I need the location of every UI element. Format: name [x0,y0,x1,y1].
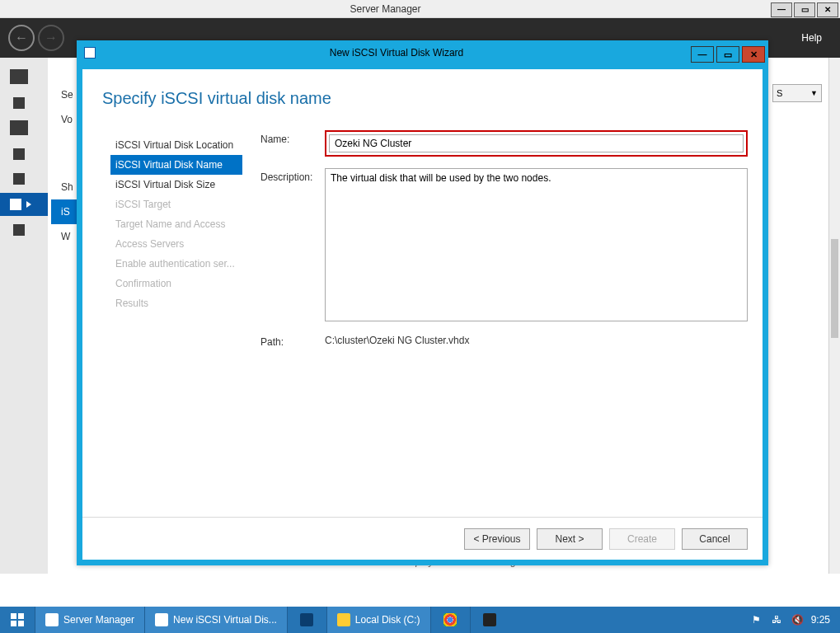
scrollbar-thumb[interactable] [831,239,838,338]
wizard-body: Specify iSCSI virtual disk name iSCSI Vi… [82,69,763,560]
svg-rect-2 [11,621,16,626]
outer-close-button[interactable]: ✕ [817,2,838,17]
powershell-icon [300,613,313,626]
step-size[interactable]: iSCSI Virtual Disk Size [110,175,242,195]
wizard-title: New iSCSI Virtual Disk Wizard [102,47,691,59]
taskbar-app-icon [45,613,59,626]
description-label: Description: [260,168,325,321]
svg-rect-1 [18,613,24,619]
description-input[interactable] [325,168,748,321]
taskbar-item-powershell[interactable] [287,607,326,633]
step-confirmation: Confirmation [110,274,242,293]
step-results: Results [110,293,242,313]
chevron-down-icon: ▼ [810,89,818,97]
taskbar-item-wizard[interactable]: New iSCSI Virtual Dis... [144,607,287,633]
outer-window-title: Server Manager [0,3,771,15]
step-access-servers: Access Servers [110,234,242,254]
name-label: Name: [260,130,325,157]
wizard-close-button[interactable]: ✕ [742,46,765,63]
rail-all-servers-icon[interactable] [10,120,28,135]
tasks-dropdown[interactable]: S ▼ [772,84,822,102]
outer-titlebar[interactable]: Server Manager — ▭ ✕ [0,0,840,18]
rail-dashboard-icon[interactable] [10,69,28,84]
taskbar-item-cmd[interactable] [470,607,509,633]
outer-maximize-button[interactable]: ▭ [794,2,815,17]
wizard-window: New iSCSI Virtual Disk Wizard — ▭ ✕ Spec… [77,40,768,565]
wizard-heading: Specify iSCSI virtual disk name [82,69,763,108]
taskbar-app-icon [155,613,168,626]
path-value: C:\cluster\Ozeki NG Cluster.vhdx [325,333,748,348]
name-highlight [325,130,748,157]
taskbar-clock[interactable]: 9:25 [811,614,830,626]
tasks-dropdown-label: S [777,88,782,98]
cmd-icon [483,613,496,626]
chrome-icon [443,613,457,626]
help-link[interactable]: Help [801,32,822,44]
create-button: Create [609,528,675,550]
step-target-name: Target Name and Access [110,214,242,234]
taskbar-item-label: Server Manager [63,614,134,626]
rail-local-server-icon[interactable] [13,97,25,109]
previous-button[interactable]: < Previous [464,528,530,550]
taskbar: Server Manager New iSCSI Virtual Dis... … [0,607,840,633]
left-rail [0,58,48,574]
network-icon[interactable]: 🖧 [772,614,783,626]
wizard-minimize-button[interactable]: — [691,46,714,63]
taskbar-item-server-manager[interactable]: Server Manager [35,607,144,633]
wizard-titlebar[interactable]: New iSCSI Virtual Disk Wizard — ▭ ✕ [77,41,767,64]
folder-icon [337,613,350,626]
step-target: iSCSI Target [110,195,242,214]
taskbar-item-label: Local Disk (C:) [355,614,420,626]
wizard-app-icon [84,47,96,59]
rail-role-icon[interactable] [13,173,25,185]
windows-logo-icon [11,613,24,626]
rail-file-services-icon[interactable] [13,148,25,160]
rail-item-icon[interactable] [13,224,25,236]
wizard-form: Name: Description: Path: C:\cluster\Ozek… [260,130,748,359]
step-name[interactable]: iSCSI Virtual Disk Name [110,155,242,175]
wizard-maximize-button[interactable]: ▭ [716,46,739,63]
wizard-button-bar: < Previous Next > Create Cancel [82,517,763,560]
name-input[interactable] [329,134,744,152]
step-auth: Enable authentication ser... [110,254,242,274]
svg-rect-3 [18,621,24,626]
svg-rect-0 [11,613,16,619]
outer-minimize-button[interactable]: — [771,2,792,17]
system-tray[interactable]: ⚑ 🖧 🔇 9:25 [742,607,840,633]
sound-icon[interactable]: 🔇 [791,614,803,626]
rail-selected-icon [10,199,21,210]
path-label: Path: [260,333,325,348]
forward-button: → [38,25,64,51]
taskbar-item-explorer[interactable]: Local Disk (C:) [326,607,430,633]
start-button[interactable] [0,607,35,633]
rail-selected-item[interactable] [0,193,48,216]
taskbar-item-chrome[interactable] [430,607,470,633]
step-location[interactable]: iSCSI Virtual Disk Location [110,135,242,155]
flag-icon[interactable]: ⚑ [752,614,763,626]
scrollbar[interactable] [828,58,840,574]
taskbar-item-label: New iSCSI Virtual Dis... [173,614,277,626]
next-button[interactable]: Next > [537,528,603,550]
wizard-steps: iSCSI Virtual Disk Location iSCSI Virtua… [110,135,242,313]
cancel-button[interactable]: Cancel [682,528,748,550]
rail-caret-icon [26,201,31,208]
back-button[interactable]: ← [8,25,35,51]
